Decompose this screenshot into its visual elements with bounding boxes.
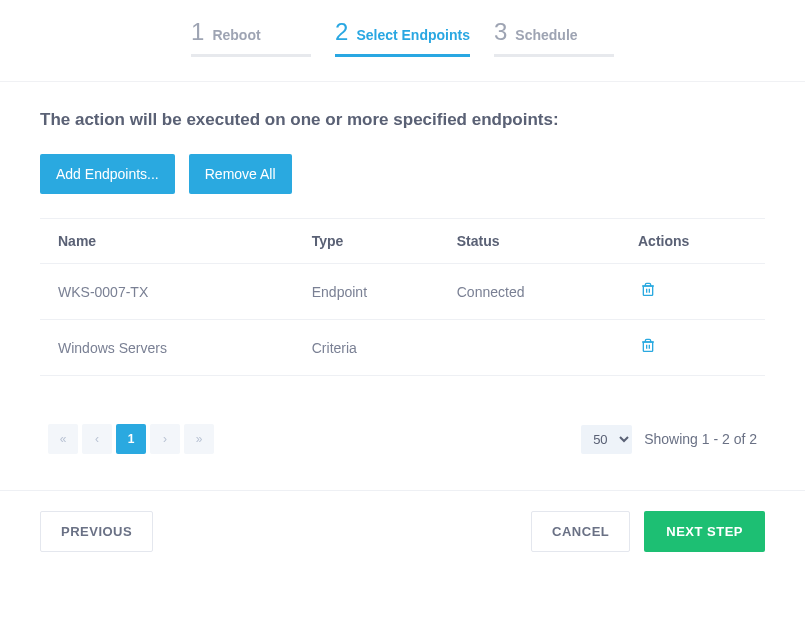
content-area: The action will be executed on one or mo…: [0, 82, 805, 454]
step-label: Reboot: [212, 27, 260, 43]
cell-actions: [620, 320, 765, 376]
trash-icon: [640, 342, 656, 357]
wizard-footer: PREVIOUS CANCEL NEXT STEP: [0, 491, 805, 552]
chevron-right-icon: ›: [163, 432, 167, 446]
pager: « ‹ 1 › »: [48, 424, 214, 454]
cell-status: [439, 320, 620, 376]
cell-actions: [620, 264, 765, 320]
step-label: Select Endpoints: [356, 27, 470, 43]
column-header-status: Status: [439, 219, 620, 264]
pager-last-button[interactable]: »: [184, 424, 214, 454]
svg-rect-3: [643, 342, 652, 351]
chevron-double-right-icon: »: [196, 432, 203, 446]
action-buttons: Add Endpoints... Remove All: [40, 154, 765, 194]
step-number: 2: [335, 18, 348, 46]
pager-first-button[interactable]: «: [48, 424, 78, 454]
step-number: 1: [191, 18, 204, 46]
delete-row-button[interactable]: [638, 336, 658, 359]
endpoints-table: Name Type Status Actions WKS-0007-TX End…: [40, 218, 765, 376]
delete-row-button[interactable]: [638, 280, 658, 303]
add-endpoints-button[interactable]: Add Endpoints...: [40, 154, 175, 194]
column-header-name: Name: [40, 219, 294, 264]
cell-type: Criteria: [294, 320, 439, 376]
showing-text: Showing 1 - 2 of 2: [644, 431, 757, 447]
svg-rect-0: [643, 286, 652, 295]
cell-status: Connected: [439, 264, 620, 320]
previous-button[interactable]: PREVIOUS: [40, 511, 153, 552]
column-header-type: Type: [294, 219, 439, 264]
table-row: WKS-0007-TX Endpoint Connected: [40, 264, 765, 320]
step-number: 3: [494, 18, 507, 46]
pagination-row: « ‹ 1 › » 50 Showing 1 - 2 of 2: [40, 424, 765, 454]
pager-page-1-button[interactable]: 1: [116, 424, 146, 454]
pager-next-button[interactable]: ›: [150, 424, 180, 454]
pager-right: 50 Showing 1 - 2 of 2: [581, 425, 757, 454]
instruction-text: The action will be executed on one or mo…: [40, 110, 765, 130]
page-size-select[interactable]: 50: [581, 425, 632, 454]
next-step-button[interactable]: NEXT STEP: [644, 511, 765, 552]
chevron-left-icon: ‹: [95, 432, 99, 446]
remove-all-button[interactable]: Remove All: [189, 154, 292, 194]
chevron-double-left-icon: «: [60, 432, 67, 446]
step-label: Schedule: [515, 27, 577, 43]
wizard-steps: 1 Reboot 2 Select Endpoints 3 Schedule: [0, 0, 805, 57]
step-reboot[interactable]: 1 Reboot: [191, 18, 311, 57]
step-schedule[interactable]: 3 Schedule: [494, 18, 614, 57]
pager-prev-button[interactable]: ‹: [82, 424, 112, 454]
step-select-endpoints[interactable]: 2 Select Endpoints: [335, 18, 470, 57]
cell-name: WKS-0007-TX: [40, 264, 294, 320]
column-header-actions: Actions: [620, 219, 765, 264]
cancel-button[interactable]: CANCEL: [531, 511, 630, 552]
cell-name: Windows Servers: [40, 320, 294, 376]
trash-icon: [640, 286, 656, 301]
cell-type: Endpoint: [294, 264, 439, 320]
table-row: Windows Servers Criteria: [40, 320, 765, 376]
